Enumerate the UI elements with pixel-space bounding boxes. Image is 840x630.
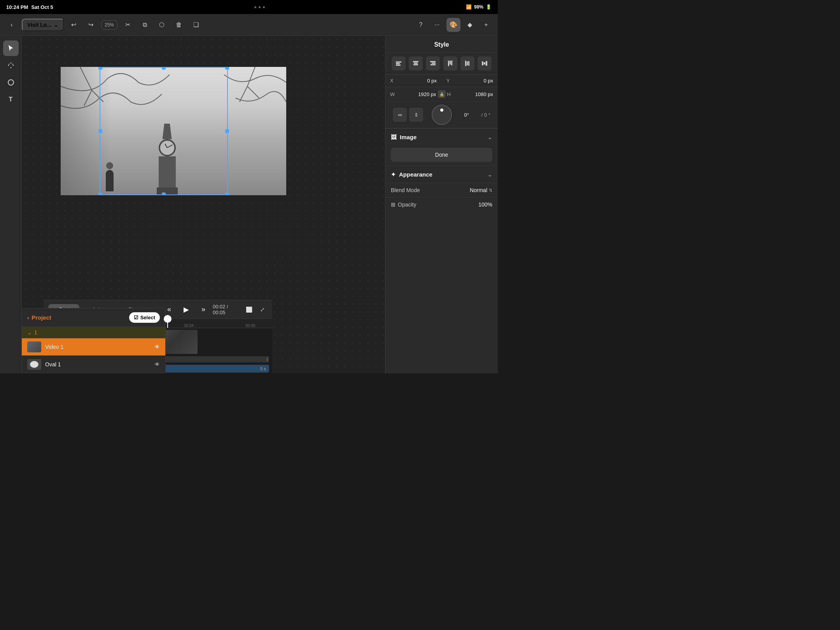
skew-icon: /	[481, 112, 483, 118]
svg-point-0	[8, 80, 14, 85]
align-left-button[interactable]	[392, 56, 406, 70]
checkbox-icon: ☑	[134, 315, 138, 320]
canvas-area[interactable]: ⊘ Design Animate Pin ◆ « ▶ » 0	[22, 36, 385, 373]
align-top-button[interactable]	[443, 56, 457, 70]
tower-clock	[159, 139, 176, 156]
visibility-icon-oval1[interactable]: 👁	[154, 361, 160, 368]
battery-icon: 🔋	[486, 4, 492, 10]
wifi-icon: 📶	[466, 4, 472, 10]
flip-vertical-button[interactable]: ⇕	[409, 108, 423, 122]
duplicate-button[interactable]: ❑	[189, 18, 203, 32]
x-value[interactable]: 0 px	[399, 78, 437, 84]
dot2	[259, 6, 261, 8]
opacity-label-text: Opacity	[398, 201, 416, 208]
status-bar-center	[254, 6, 265, 8]
layer-item-video1[interactable]: Video 1 👁	[22, 338, 165, 356]
flip-horizontal-button[interactable]: ⇔	[393, 108, 407, 122]
blend-mode-value-container[interactable]: Normal ⇅	[470, 187, 492, 193]
cut-button[interactable]: ✂	[121, 18, 135, 32]
style-tab-button[interactable]: 🎨	[446, 18, 460, 32]
layer-thumb-video1	[27, 341, 41, 352]
lock-aspect-icon[interactable]: 🔒	[438, 90, 446, 98]
opacity-checker-icon: ⊞	[391, 201, 396, 208]
align-right-button[interactable]	[426, 56, 440, 70]
oval-thumb	[27, 359, 41, 370]
align-center-button[interactable]	[409, 56, 423, 70]
blend-mode-label: Blend Mode	[391, 187, 420, 193]
rotation-dial[interactable]	[432, 105, 452, 125]
move-tool[interactable]	[3, 58, 19, 73]
paste-button[interactable]: ⬡	[155, 18, 169, 32]
skew-value[interactable]: 0 °	[484, 112, 490, 118]
play-button[interactable]: ▶	[180, 303, 192, 316]
bw-canvas	[61, 67, 286, 195]
opacity-row: ⊞ Opacity 100%	[385, 197, 498, 212]
appearance-section-header[interactable]: ✦ Appearance ⌄	[385, 166, 498, 183]
back-button[interactable]: ‹	[5, 18, 19, 32]
project-label: Project	[32, 314, 51, 321]
blend-mode-value: Normal	[470, 187, 487, 193]
svg-rect-8	[396, 63, 400, 64]
y-value[interactable]: 0 px	[455, 78, 493, 84]
project-header-left[interactable]: ‹ Project	[27, 314, 51, 321]
ruler-mark-6: 00:06	[246, 324, 256, 328]
select-button[interactable]: ☑ Select	[129, 312, 160, 323]
timeline-scrubber[interactable]	[167, 319, 168, 328]
svg-rect-26	[484, 62, 485, 65]
skew-field: / 0 °	[481, 112, 490, 118]
image-section-header[interactable]: 🖼 Image ⌄	[385, 129, 498, 145]
svg-rect-21	[448, 61, 453, 61]
canvas-image[interactable]	[61, 67, 286, 195]
layer-item-left-oval1: Oval 1	[27, 359, 61, 370]
project-header: ‹ Project ☑ Select	[22, 308, 165, 327]
title-text: Visit Lo...	[27, 22, 51, 28]
zoom-level[interactable]: 25%	[101, 20, 117, 30]
svg-line-1	[80, 67, 92, 90]
alignment-row	[385, 52, 498, 75]
add-button[interactable]: +	[479, 18, 493, 32]
fastforward-button[interactable]: »	[197, 303, 210, 316]
select-tool[interactable]	[3, 40, 19, 56]
video-track-duration: 5 s	[260, 366, 266, 371]
copy-button[interactable]: ⧉	[138, 18, 152, 32]
done-button[interactable]: Done	[391, 148, 492, 162]
distribute-button[interactable]	[478, 56, 492, 70]
date-display: Sat Oct 5	[31, 4, 53, 10]
visibility-icon-video1[interactable]: 👁	[154, 344, 160, 350]
tower-base	[157, 187, 178, 195]
more-button[interactable]: ···	[430, 18, 444, 32]
svg-rect-9	[396, 65, 401, 66]
ruler-mark-4: 00:04	[184, 324, 194, 328]
shape-tool[interactable]	[3, 75, 19, 90]
help-button[interactable]: ?	[414, 18, 428, 32]
image-section: 🖼 Image ⌄ Done	[385, 128, 498, 166]
toolbar: ‹ Visit Lo... ⌄ ↩ ↪ 25% ✂ ⧉ ⬡ 🗑 ❑ ? ··· …	[0, 14, 498, 36]
h-value[interactable]: 1080 px	[455, 91, 494, 97]
rotation-dot	[440, 108, 443, 112]
layer-item-oval1[interactable]: Oval 1 👁	[22, 356, 165, 373]
expand-button[interactable]: ⤢	[257, 304, 268, 315]
svg-line-6	[247, 86, 259, 98]
project-title[interactable]: Visit Lo... ⌄	[22, 19, 64, 31]
w-label: W	[390, 91, 396, 97]
text-tool[interactable]: T	[3, 92, 19, 107]
x-label: X	[390, 78, 396, 84]
image-section-title: Image	[400, 134, 416, 140]
align-middle-button[interactable]	[460, 56, 474, 70]
blend-mode-row: Blend Mode Normal ⇅	[385, 183, 498, 197]
svg-rect-12	[414, 63, 418, 64]
person-head	[106, 162, 113, 169]
clock-hand-minute	[167, 144, 173, 148]
undo-button[interactable]: ↩	[67, 18, 81, 32]
delete-button[interactable]: 🗑	[172, 18, 186, 32]
wand-icon: ✦	[391, 171, 396, 178]
tower-spire	[163, 124, 172, 139]
blend-mode-stepper-icon: ⇅	[489, 188, 492, 193]
animate-tab-button[interactable]: ◆	[463, 18, 477, 32]
screen-view-button[interactable]: ⬜	[244, 304, 254, 315]
h-label: H	[447, 91, 453, 97]
size-row: W 1920 px 🔒 H 1080 px	[385, 87, 498, 102]
opacity-value[interactable]: 100%	[478, 201, 492, 208]
redo-button[interactable]: ↪	[84, 18, 98, 32]
w-value[interactable]: 1920 px	[398, 91, 436, 97]
